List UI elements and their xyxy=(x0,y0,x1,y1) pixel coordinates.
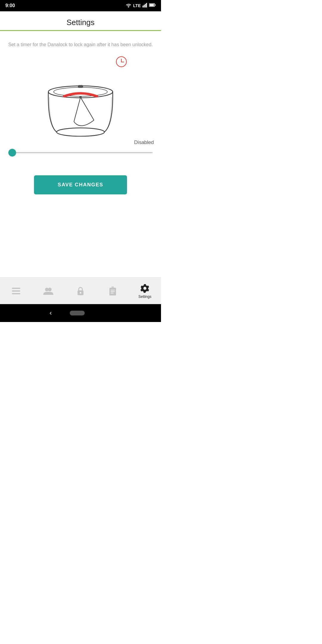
svg-rect-3 xyxy=(146,3,147,7)
save-changes-button[interactable]: SAVE CHANGES xyxy=(34,175,127,194)
save-button-container: SAVE CHANGES xyxy=(7,175,154,194)
svg-rect-6 xyxy=(150,4,154,6)
lock-illustration xyxy=(7,53,154,137)
users-icon xyxy=(43,286,53,296)
menu-icon xyxy=(11,286,21,296)
page-title: Settings xyxy=(0,18,161,27)
settings-nav-label: Settings xyxy=(138,295,151,299)
svg-rect-24 xyxy=(111,290,115,290)
header: Settings xyxy=(0,11,161,34)
timer-status-label: Disabled xyxy=(7,140,154,145)
svg-rect-16 xyxy=(12,290,20,292)
nav-item-lock[interactable] xyxy=(64,286,97,296)
svg-rect-13 xyxy=(78,85,83,88)
svg-point-19 xyxy=(48,288,52,291)
nav-item-settings[interactable]: Settings xyxy=(129,283,161,299)
lte-label: LTE xyxy=(133,3,141,8)
nav-item-menu[interactable] xyxy=(0,286,32,296)
home-button[interactable] xyxy=(70,311,85,315)
svg-rect-15 xyxy=(12,288,20,289)
svg-rect-5 xyxy=(155,4,156,6)
signal-icon xyxy=(143,3,147,9)
timer-slider[interactable] xyxy=(8,152,153,153)
status-bar: 9:00 LTE xyxy=(0,0,161,11)
lock-icon xyxy=(75,286,86,296)
wifi-icon xyxy=(126,3,131,9)
timer-slider-container xyxy=(7,149,154,154)
svg-rect-26 xyxy=(111,293,114,293)
timer-clock-icon xyxy=(116,56,127,69)
svg-rect-23 xyxy=(112,287,114,288)
log-icon xyxy=(108,286,118,296)
svg-point-14 xyxy=(79,96,82,98)
status-time: 9:00 xyxy=(5,3,15,8)
system-bar: ‹ xyxy=(0,304,161,322)
nav-item-log[interactable] xyxy=(97,286,129,296)
svg-rect-17 xyxy=(12,293,20,294)
svg-point-11 xyxy=(57,128,104,136)
description-text: Set a timer for the Danalock to lock aga… xyxy=(7,41,154,48)
bottom-navigation: Settings xyxy=(0,277,161,304)
svg-rect-2 xyxy=(145,4,146,7)
svg-rect-1 xyxy=(144,5,145,7)
nav-item-users[interactable] xyxy=(32,286,64,296)
svg-rect-0 xyxy=(143,6,143,7)
svg-point-27 xyxy=(143,287,146,290)
danalock-device xyxy=(39,53,122,137)
settings-gear-icon xyxy=(140,283,150,293)
header-divider xyxy=(0,30,161,31)
svg-point-12 xyxy=(54,87,107,96)
svg-rect-25 xyxy=(111,291,115,292)
status-icons: LTE xyxy=(126,3,156,9)
battery-icon xyxy=(149,3,156,8)
main-content: Set a timer for the Danalock to lock aga… xyxy=(0,34,161,277)
svg-point-21 xyxy=(80,292,81,293)
back-button[interactable]: ‹ xyxy=(49,309,52,317)
